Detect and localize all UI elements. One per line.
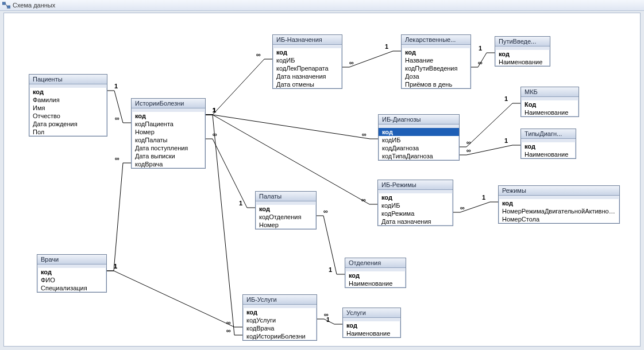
entity-field[interactable]: код (345, 271, 406, 279)
entity-title[interactable]: Лекарственные... (402, 35, 471, 45)
entity-field[interactable]: Отчество (29, 112, 107, 120)
entity-field[interactable]: код (379, 128, 459, 136)
entity-field[interactable]: Специализация (37, 284, 106, 292)
entity-field[interactable]: Наименование (345, 279, 406, 287)
entity-field[interactable]: кодВрача (243, 324, 317, 332)
entity-field[interactable]: Имя (29, 104, 107, 112)
entity-field[interactable]: код (37, 268, 106, 276)
entity-field-list: кодкодИБкодРежимаДата назначения (378, 190, 453, 225)
entity-title[interactable]: ИсторииБолезни (132, 99, 205, 108)
entity-ib_diag[interactable]: ИБ-ДиагнозыкодкодИБкодДиагнозакодТипаДиа… (378, 114, 460, 161)
entity-title[interactable]: Пациенты (29, 75, 107, 84)
entity-routes[interactable]: ПутиВведе...кодНаименование (495, 36, 550, 67)
entity-title[interactable]: Палаты (256, 192, 316, 201)
entity-field[interactable]: Дата отмены (273, 80, 342, 88)
entity-field[interactable]: Номер (256, 221, 316, 229)
entity-field[interactable]: Дата назначения (378, 217, 453, 225)
entity-field-list: кодНазваниекодПутиВведенияДозаПриёмов в … (402, 45, 471, 88)
entity-field[interactable]: Пол (29, 128, 107, 136)
entity-modes[interactable]: РежимыкодНомерРежимаДвигательнойАктивнос… (498, 185, 620, 224)
entity-field[interactable]: код (521, 142, 576, 150)
cardinality-one: 1 (114, 263, 117, 270)
entity-field[interactable]: кодРежима (378, 209, 453, 217)
entity-field[interactable]: кодИБ (273, 56, 342, 64)
entity-services[interactable]: УслугикодНаименование (342, 308, 401, 338)
entity-field[interactable]: код (273, 48, 342, 56)
entity-field[interactable]: Номер (132, 128, 205, 136)
cardinality-one: 1 (213, 107, 216, 114)
entity-mkb[interactable]: МКБКодНаименование (520, 87, 579, 117)
entity-field[interactable]: Наименование (521, 150, 576, 158)
entity-field[interactable]: Дата рождения (29, 120, 107, 128)
entity-title[interactable]: Отделения (345, 258, 406, 268)
entity-field[interactable]: Фамилия (29, 96, 107, 104)
cardinality-one: 1 (114, 263, 117, 270)
entity-field[interactable]: код (29, 88, 107, 96)
entity-field[interactable]: код (378, 193, 453, 201)
entity-field-list: кодкодИБкодДиагнозакодТипаДиагноза (379, 125, 459, 160)
entity-title[interactable]: ИБ-Услуги (243, 295, 317, 305)
entity-field[interactable]: кодУслуги (243, 316, 317, 324)
entity-field[interactable]: Доза (402, 72, 471, 80)
entity-history[interactable]: ИсторииБолезникодкодПациентаНомеркодПала… (131, 98, 206, 169)
entity-field[interactable]: кодИБ (379, 136, 459, 144)
entity-field[interactable]: кодОтделения (256, 213, 316, 221)
entity-field[interactable]: код (132, 112, 205, 120)
entity-field[interactable]: Дата поступления (132, 144, 205, 152)
entity-field[interactable]: НомерРежимаДвигательнойАктивности (499, 207, 619, 215)
entity-title[interactable]: ПутиВведе... (495, 37, 550, 46)
svg-rect-0 (2, 2, 5, 5)
entity-title[interactable]: Врачи (37, 255, 106, 265)
entity-field[interactable]: НомерСтола (499, 215, 619, 223)
entity-field[interactable]: код (256, 205, 316, 213)
window-titlebar[interactable]: Схема данных (0, 0, 644, 11)
entity-field[interactable]: Дата выписки (132, 152, 205, 160)
entity-field[interactable]: код (243, 308, 317, 316)
entity-title[interactable]: МКБ (521, 87, 579, 97)
cardinality-many: ∞ (213, 131, 217, 138)
entity-field[interactable]: кодЛекПрепарата (273, 64, 342, 72)
entity-title[interactable]: ТипыДиагн... (521, 129, 576, 139)
entity-field[interactable]: Код (521, 100, 579, 108)
entity-title[interactable]: ИБ-Назначения (273, 35, 342, 45)
entity-field[interactable]: код (495, 50, 550, 58)
entity-ib_modes[interactable]: ИБ-РежимыкодкодИБкодРежимаДата назначени… (377, 180, 453, 226)
entity-patients[interactable]: ПациентыкодФамилияИмяОтчествоДата рожден… (29, 74, 107, 137)
entity-field[interactable]: ФИО (37, 276, 106, 284)
entity-field-list: кодкодУслугикодВрачакодИсторииБолезни (243, 305, 317, 340)
entity-field[interactable]: Наименование (495, 58, 550, 66)
entity-field[interactable]: кодТипаДиагноза (379, 152, 459, 160)
entity-title[interactable]: ИБ-Диагнозы (379, 115, 459, 125)
entity-field[interactable]: код (499, 199, 619, 207)
cardinality-many: ∞ (460, 204, 465, 211)
entity-field[interactable]: кодПалаты (132, 136, 205, 144)
entity-doctors[interactable]: ВрачикодФИОСпециализация (37, 254, 107, 293)
entity-field[interactable]: кодИБ (378, 201, 453, 209)
cardinality-many: ∞ (323, 208, 328, 215)
entity-title[interactable]: Услуги (343, 308, 400, 318)
entity-field[interactable]: кодПациента (132, 120, 205, 128)
entity-field[interactable]: кодДиагноза (379, 144, 459, 152)
entity-field[interactable]: код (343, 321, 400, 329)
entity-title[interactable]: Режимы (499, 186, 619, 196)
window-title: Схема данных (13, 2, 55, 9)
entity-title[interactable]: ИБ-Режимы (378, 180, 453, 190)
entity-wards[interactable]: ПалатыкодкодОтделенияНомер (255, 191, 317, 230)
entity-field[interactable]: Название (402, 56, 471, 64)
entity-field[interactable]: Наименование (521, 108, 579, 116)
entity-field[interactable]: Приёмов в день (402, 80, 471, 88)
entity-ib_nazn[interactable]: ИБ-НазначениякодкодИБкодЛекПрепаратаДата… (272, 34, 342, 89)
cardinality-many: ∞ (115, 155, 119, 162)
entity-field[interactable]: Наименование (343, 329, 400, 337)
entity-drugs[interactable]: Лекарственные...кодНазваниекодПутиВведен… (401, 34, 471, 89)
entity-field-list: кодкодПациентаНомеркодПалатыДата поступл… (132, 108, 205, 168)
entity-ib_services[interactable]: ИБ-УслугикодкодУслугикодВрачакодИсторииБ… (242, 294, 317, 341)
entity-diag_types[interactable]: ТипыДиагн...кодНаименование (520, 129, 576, 159)
entity-field[interactable]: кодПутиВведения (402, 64, 471, 72)
diagram-canvas[interactable]: ПациентыкодФамилияИмяОтчествоДата рожден… (3, 13, 641, 347)
entity-field[interactable]: код (402, 48, 471, 56)
entity-field[interactable]: Дата назначения (273, 72, 342, 80)
entity-departments[interactable]: ОтделениякодНаименование (345, 258, 406, 288)
entity-field[interactable]: кодИсторииБолезни (243, 332, 317, 340)
entity-field[interactable]: кодВрача (132, 160, 205, 168)
